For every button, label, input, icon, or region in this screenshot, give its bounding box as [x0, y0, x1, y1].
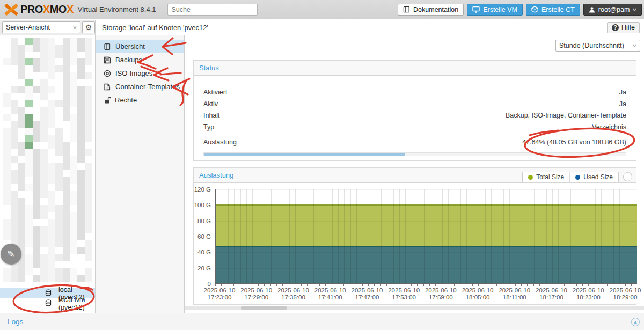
monitor-icon: [472, 6, 480, 13]
view-select[interactable]: Server-Ansicht ∨: [2, 21, 80, 33]
chevron-down-icon: ∨: [632, 43, 637, 48]
legend-item-used-size[interactable]: Used Size: [570, 172, 618, 182]
status-row-typ: TypVerzeichnis: [203, 123, 626, 135]
logs-title: Logs: [8, 318, 23, 326]
legend-dot: [528, 175, 533, 180]
y-axis-label: 20 G: [197, 265, 211, 272]
create-vm-button[interactable]: Erstelle VM: [467, 4, 523, 16]
menu-item-container-templates[interactable]: Container-Templates: [96, 80, 184, 93]
legend-dot: [575, 175, 580, 180]
chart-legend: Total SizeUsed Size: [522, 172, 619, 182]
usage-chart-plot: [215, 189, 637, 284]
horizontal-scrollbar[interactable]: [185, 306, 644, 310]
chart-x-ticks: [215, 284, 637, 286]
gear-icon: ⚙: [85, 23, 92, 32]
scrollbar-thumb[interactable]: [241, 306, 287, 310]
y-axis-label: 80 G: [197, 218, 211, 224]
search-input[interactable]: [167, 4, 258, 16]
usage-progress-fill: [204, 153, 405, 156]
y-axis-label: 40 G: [197, 249, 211, 255]
chart-panel-title: Auslastung: [199, 171, 233, 179]
main-content: Stunde (Durchschnitt) ∨ Status Aktiviert…: [185, 35, 644, 313]
content-header: Storage 'local' auf Knoten 'pvec12' ? Hi…: [96, 20, 644, 35]
chevron-down-icon: ∨: [72, 25, 77, 30]
documentation-button[interactable]: Dokumentation: [398, 4, 464, 16]
create-ct-button[interactable]: Erstelle CT: [526, 4, 580, 16]
user-icon: [589, 6, 595, 13]
status-panel-title: Status: [199, 64, 219, 72]
proxmox-logo-text: PROXMOX: [20, 3, 74, 16]
breadcrumb: Storage 'local' auf Knoten 'pvec12': [102, 24, 208, 32]
pencil-icon: ✎: [7, 248, 15, 260]
collapse-chart-button[interactable]: —: [623, 172, 632, 181]
storage-icon: [23, 299, 56, 307]
menu-item--bersicht[interactable]: Übersicht: [96, 40, 184, 53]
status-row-inhalt: InhaltBackup, ISO-Image, Container-Templ…: [203, 112, 626, 123]
status-row-aktiv: AktivJa: [203, 100, 626, 112]
x-axis-label: 2025-06-1018:29:00: [601, 287, 644, 301]
disc-icon: [104, 70, 111, 77]
legend-item-total-size[interactable]: Total Size: [523, 172, 570, 182]
storage-icon: [23, 289, 56, 297]
usage-progress-bar: [203, 152, 626, 156]
menu-item-iso-images[interactable]: ISO-Images: [96, 67, 184, 80]
usage-value: 47.64% (48.05 GB von 100.86 GB): [522, 138, 626, 150]
y-axis-label: 120 G: [194, 186, 211, 193]
floppy-icon: [104, 56, 111, 64]
chart-gridlines-vertical: [216, 189, 637, 283]
top-toolbar: PROXMOX Virtual Environment 8.4.1 Dokume…: [0, 0, 644, 19]
tree-view-header: Server-Ansicht ∨ ⚙: [0, 20, 96, 35]
y-axis-label: 0: [208, 281, 211, 287]
book-icon: [104, 43, 111, 50]
resource-tree-panel: local (pvec12)local-lvm (pvec12): [0, 35, 96, 313]
proxmox-logo-icon: [4, 4, 18, 16]
menu-item-backups[interactable]: Backups: [96, 53, 184, 67]
status-panel: Status AktiviertJaAktivJaInhaltBackup, I…: [193, 60, 636, 161]
logs-bar[interactable]: Logs ▲: [0, 313, 644, 330]
tree-settings-button[interactable]: ⚙: [82, 21, 95, 33]
question-icon: ?: [612, 24, 619, 31]
cube-icon: [531, 6, 538, 13]
y-axis-label: 60 G: [197, 233, 211, 240]
book-icon: [403, 6, 410, 13]
menu-item-rechte[interactable]: Rechte: [96, 93, 184, 107]
usage-row: Auslastung 47.64% (48.05 GB von 100.86 G…: [203, 138, 626, 150]
y-axis-label: 100 G: [194, 202, 211, 208]
unlock-icon: [104, 97, 111, 104]
status-row-aktiviert: AktiviertJa: [203, 89, 626, 100]
expand-logs-button[interactable]: ▲: [631, 318, 640, 326]
usage-chart-panel: Auslastung Total SizeUsed Size — 020 G40…: [193, 167, 636, 305]
file-template-icon: [104, 83, 111, 91]
help-button[interactable]: ? Hilfe: [607, 22, 640, 33]
tree-item-local-lvm-pvec12-[interactable]: local-lvm (pvec12): [0, 298, 95, 309]
usage-label: Auslastung: [203, 138, 237, 150]
user-menu-button[interactable]: root@pam ∨: [583, 4, 642, 16]
chevron-down-icon: ∨: [632, 7, 637, 12]
period-select[interactable]: Stunde (Durchschnitt) ∨: [555, 40, 640, 52]
annotation-pencil-button[interactable]: ✎: [1, 244, 21, 265]
chevron-up-icon: ▲: [633, 319, 638, 325]
storage-menu-panel: ÜbersichtBackupsISO-ImagesContainer-Temp…: [96, 35, 185, 313]
version-label: Virtual Environment 8.4.1: [78, 5, 156, 13]
